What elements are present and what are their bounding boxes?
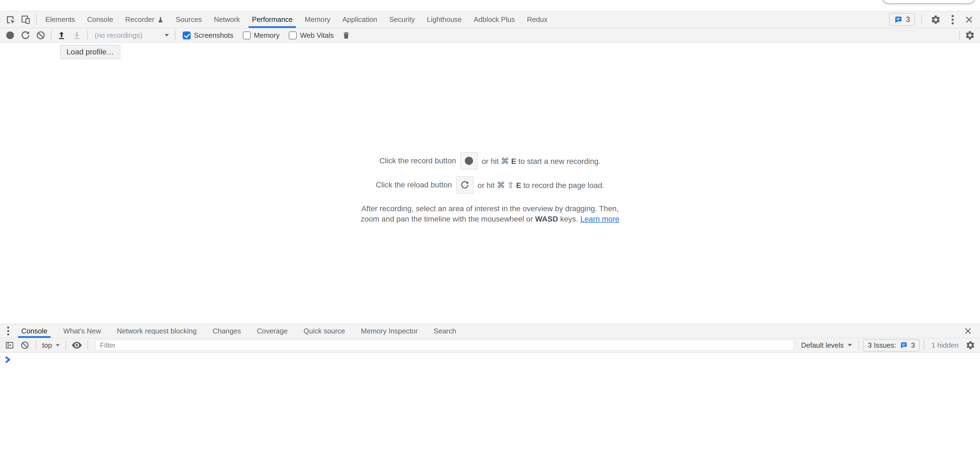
drawer-tab-network-request-blocking[interactable]: Network request blocking bbox=[110, 324, 203, 338]
tab-network[interactable]: Network bbox=[208, 11, 246, 28]
help-line2-pre: zoom and pan the timeline with the mouse… bbox=[361, 215, 533, 223]
gear-icon bbox=[965, 30, 975, 40]
tab-security[interactable]: Security bbox=[383, 11, 421, 28]
close-icon bbox=[964, 327, 972, 335]
reload-and-record-button[interactable] bbox=[18, 29, 33, 42]
tab-elements[interactable]: Elements bbox=[40, 11, 81, 28]
more-options-button[interactable] bbox=[947, 14, 959, 25]
tabbar-right-actions: 3 bbox=[889, 11, 978, 28]
issues-count: 3 bbox=[906, 15, 910, 24]
e-key-glyph: E bbox=[511, 157, 517, 166]
recordings-dropdown[interactable]: (no recordings) bbox=[90, 31, 172, 40]
cmd-key-glyph: ⌘ bbox=[501, 156, 509, 166]
divider bbox=[51, 30, 51, 40]
drawer-tab-search[interactable]: Search bbox=[427, 324, 463, 338]
drawer-tab-quick-source[interactable]: Quick source bbox=[297, 324, 352, 338]
divider bbox=[36, 15, 37, 25]
console-messages-area[interactable] bbox=[0, 352, 980, 459]
drawer-tab-whats-new[interactable]: What's New bbox=[57, 324, 107, 338]
clear-console-button[interactable] bbox=[18, 339, 32, 352]
close-devtools-button[interactable] bbox=[963, 16, 975, 24]
capture-settings-button[interactable] bbox=[963, 29, 977, 42]
kebab-menu-icon bbox=[6, 326, 10, 336]
inline-reload-button[interactable] bbox=[457, 177, 473, 193]
record-instruction-prefix: Click the record button bbox=[380, 156, 456, 165]
record-icon bbox=[6, 32, 14, 39]
log-levels-dropdown[interactable]: Default levels bbox=[799, 341, 855, 350]
divider bbox=[959, 30, 960, 40]
web-vitals-checkbox[interactable] bbox=[289, 32, 297, 39]
chevron-down-icon bbox=[56, 344, 60, 347]
memory-checkbox-group: Memory bbox=[243, 31, 280, 40]
tab-lighthouse[interactable]: Lighthouse bbox=[421, 11, 468, 28]
console-prompt-row[interactable] bbox=[0, 352, 980, 363]
inline-record-button[interactable] bbox=[460, 152, 477, 169]
clear-recordings-button[interactable] bbox=[33, 29, 48, 42]
drawer-tabbar: Console What's New Network request block… bbox=[0, 324, 980, 338]
console-issues-button[interactable]: 3 Issues: 3 bbox=[863, 339, 920, 352]
javascript-context-dropdown[interactable]: top bbox=[40, 341, 62, 350]
delete-recording-button[interactable] bbox=[339, 29, 353, 42]
memory-checkbox[interactable] bbox=[243, 32, 251, 39]
load-profile-tooltip: Load profile… bbox=[60, 45, 120, 59]
close-icon bbox=[965, 16, 973, 24]
chevron-down-icon bbox=[165, 34, 169, 37]
console-sidebar-toggle-button[interactable] bbox=[3, 339, 16, 352]
show-console-sidebar-icon bbox=[5, 341, 14, 350]
drawer-tab-coverage[interactable]: Coverage bbox=[250, 324, 294, 338]
divider bbox=[859, 341, 859, 350]
divider bbox=[65, 341, 66, 350]
tab-memory[interactable]: Memory bbox=[299, 11, 336, 28]
upload-icon bbox=[57, 30, 66, 40]
download-icon bbox=[72, 30, 81, 40]
tab-performance[interactable]: Performance bbox=[246, 11, 299, 28]
inspect-element-button[interactable] bbox=[3, 11, 18, 28]
close-drawer-button[interactable] bbox=[961, 327, 975, 335]
divider bbox=[88, 341, 88, 350]
console-settings-button[interactable] bbox=[964, 339, 977, 352]
drawer-tab-memory-inspector[interactable]: Memory Inspector bbox=[355, 324, 425, 338]
instructions-block: Click the record button or hit ⌘ E to st… bbox=[0, 152, 980, 224]
save-profile-button-disabled[interactable] bbox=[70, 29, 84, 42]
drawer-tab-console[interactable]: Console bbox=[15, 324, 54, 338]
learn-more-link[interactable]: Learn more bbox=[580, 215, 619, 223]
hidden-messages-label: 1 hidden bbox=[928, 341, 962, 350]
tab-recorder[interactable]: Recorder bbox=[119, 11, 170, 28]
experiment-flask-icon bbox=[157, 16, 164, 23]
reload-instruction-prefix: Click the reload button bbox=[376, 180, 452, 189]
drawer-tab-changes[interactable]: Changes bbox=[206, 324, 247, 338]
gear-icon bbox=[966, 340, 975, 350]
issues-bubble-icon bbox=[900, 341, 908, 349]
cmd-key-glyph: ⌘ bbox=[497, 180, 505, 190]
tab-application[interactable]: Application bbox=[336, 11, 383, 28]
clear-icon bbox=[36, 30, 45, 40]
tab-console[interactable]: Console bbox=[81, 11, 119, 28]
issues-counter-button[interactable]: 3 bbox=[889, 13, 915, 26]
e-key-glyph: E bbox=[516, 181, 522, 190]
gear-icon bbox=[931, 14, 941, 25]
issues-count: 3 bbox=[911, 341, 915, 350]
device-toolbar-button[interactable] bbox=[18, 11, 33, 28]
help-line2-post: keys. bbox=[560, 215, 578, 223]
log-levels-value: Default levels bbox=[801, 341, 844, 350]
divider bbox=[87, 30, 88, 40]
divider bbox=[35, 341, 36, 350]
record-instruction-hit: or hit ⌘ E to start a new recording. bbox=[482, 156, 601, 166]
screenshots-label: Screenshots bbox=[194, 31, 234, 40]
create-live-expression-button[interactable] bbox=[70, 339, 84, 352]
load-profile-button[interactable] bbox=[54, 29, 69, 42]
drawer-more-tabs-button[interactable] bbox=[2, 324, 15, 338]
divider bbox=[924, 341, 924, 350]
console-filter-input[interactable] bbox=[95, 340, 793, 351]
clear-icon bbox=[21, 341, 29, 350]
settings-button[interactable] bbox=[929, 14, 943, 25]
tab-sources[interactable]: Sources bbox=[170, 11, 208, 28]
screenshots-checkbox[interactable] bbox=[183, 32, 191, 39]
record-button[interactable] bbox=[3, 29, 18, 42]
tab-redux[interactable]: Redux bbox=[521, 11, 554, 28]
recordings-dropdown-value: (no recordings) bbox=[95, 31, 142, 40]
help-paragraph: After recording, select an area of inter… bbox=[361, 204, 619, 224]
tab-adblock-plus[interactable]: Adblock Plus bbox=[468, 11, 521, 28]
chevron-down-icon bbox=[848, 344, 852, 347]
divider bbox=[175, 30, 175, 40]
